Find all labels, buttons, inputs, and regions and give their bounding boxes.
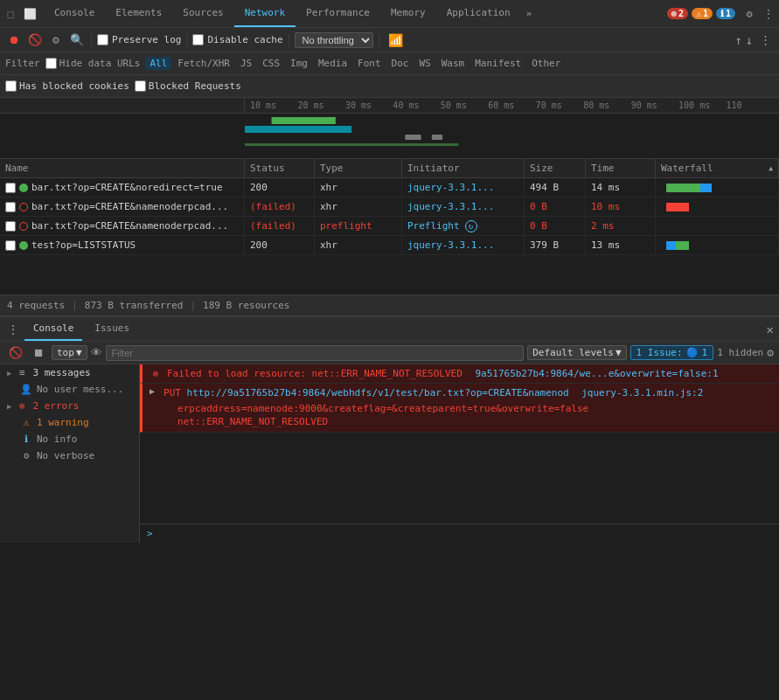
- table-row[interactable]: bar.txt?op=CREATE&namenoderpcad... (fail…: [0, 198, 779, 217]
- log-level-selector[interactable]: Default levels ▼: [527, 345, 626, 360]
- error-badge-count: 2: [678, 9, 684, 18]
- console-clear-btn[interactable]: 🚫: [5, 344, 26, 361]
- error-badge-icon: ⊗: [671, 9, 677, 18]
- type-all-btn[interactable]: All: [145, 57, 171, 70]
- blocked-requests-checkbox[interactable]: Blocked Requests: [135, 80, 241, 92]
- type-media-btn[interactable]: Media: [314, 57, 351, 70]
- initiator-link-3[interactable]: Preflight: [407, 220, 460, 232]
- console-filter-input[interactable]: [106, 345, 525, 361]
- console-close-btn[interactable]: ✕: [767, 322, 774, 336]
- th-initiator[interactable]: Initiator: [402, 159, 525, 177]
- timeline-marker-10: 10 ms: [250, 100, 297, 110]
- type-js-btn[interactable]: JS: [236, 57, 256, 70]
- type-ws-btn[interactable]: WS: [414, 57, 435, 70]
- tab-performance[interactable]: Performance: [296, 0, 380, 27]
- td-initiator-2[interactable]: jquery-3.3.1...: [402, 198, 525, 216]
- console-panel: ⋮ Console Issues ✕ 🚫 ⏹ top ▼ 👁 Default l…: [0, 315, 779, 543]
- sidebar-item-errors[interactable]: ▶ ⊗ 2 errors: [0, 398, 139, 414]
- more-options-icon[interactable]: ⋮: [762, 7, 776, 21]
- console-settings-icon[interactable]: ⚙: [767, 346, 774, 359]
- tab-elements[interactable]: Elements: [105, 0, 172, 27]
- type-font-btn[interactable]: Font: [353, 57, 386, 70]
- row-checkbox-3[interactable]: [5, 221, 16, 232]
- settings-icon[interactable]: ⚙: [742, 7, 756, 21]
- timeline-canvas[interactable]: [0, 114, 779, 159]
- hidden-count: 1 hidden: [717, 347, 763, 358]
- type-other-btn[interactable]: Other: [527, 57, 565, 70]
- sidebar-item-info[interactable]: ℹ No info: [0, 431, 139, 447]
- download-btn[interactable]: ↓: [746, 33, 753, 47]
- row-checkbox-4[interactable]: [5, 240, 16, 251]
- expand-icon-2[interactable]: ▶: [150, 386, 155, 396]
- sidebar-item-messages[interactable]: ▶ ≡ 3 messages: [0, 364, 139, 381]
- tab-application[interactable]: Application: [436, 0, 521, 27]
- th-status[interactable]: Status: [245, 159, 315, 177]
- console-menu-icon[interactable]: ⋮: [5, 321, 21, 338]
- disable-cache-checkbox[interactable]: Disable cache: [192, 34, 282, 45]
- console-tab-issues[interactable]: Issues: [86, 317, 138, 341]
- table-row[interactable]: test?op=LISTSTATUS 200 xhr jquery-3.3.1.…: [0, 236, 779, 255]
- hide-data-urls-checkbox[interactable]: Hide data URLs: [45, 58, 141, 69]
- table-row[interactable]: bar.txt?op=CREATE&noredirect=true 200 xh…: [0, 178, 779, 198]
- error-badge[interactable]: ⊗ 2: [667, 8, 688, 19]
- td-initiator-3[interactable]: Preflight ↻: [402, 217, 525, 235]
- inspect-icon[interactable]: ⬚: [3, 7, 17, 21]
- more-tabs-icon[interactable]: »: [521, 8, 538, 19]
- console-input[interactable]: [158, 528, 772, 539]
- has-blocked-cookies-input[interactable]: [5, 80, 17, 92]
- put-url-link[interactable]: http://9a51765b27b4:9864/webhdfs/v1/test…: [187, 387, 569, 399]
- console-stop-btn[interactable]: ⏹: [30, 344, 48, 361]
- initiator-link-2[interactable]: jquery-3.3.1...: [407, 201, 494, 212]
- th-time[interactable]: Time: [586, 159, 656, 177]
- disable-cache-input[interactable]: [192, 34, 204, 45]
- blocked-requests-input[interactable]: [135, 80, 146, 92]
- context-selector[interactable]: top ▼: [52, 345, 87, 360]
- type-wasm-btn[interactable]: Wasm: [437, 57, 469, 70]
- upload-btn[interactable]: ↑: [734, 33, 741, 47]
- has-blocked-cookies-checkbox[interactable]: Has blocked cookies: [5, 80, 129, 92]
- preserve-log-input[interactable]: [97, 34, 108, 45]
- type-fetchxhr-btn[interactable]: Fetch/XHR: [173, 57, 234, 70]
- table-row[interactable]: bar.txt?op=CREATE&namenoderpcad... (fail…: [0, 217, 779, 236]
- more-network-btn[interactable]: ⋮: [756, 31, 774, 49]
- hide-data-urls-input[interactable]: [45, 58, 57, 69]
- stop-recording-btn[interactable]: ⏺: [5, 31, 23, 49]
- th-type[interactable]: Type: [315, 159, 402, 177]
- tab-sources[interactable]: Sources: [172, 0, 233, 27]
- info-badge[interactable]: ℹ 1: [716, 8, 735, 19]
- issue-badge[interactable]: 1 Issue: 🔵 1: [630, 345, 714, 360]
- sidebar-item-verbose[interactable]: ⚙ No verbose: [0, 447, 139, 464]
- clear-btn[interactable]: 🚫: [26, 31, 44, 49]
- td-initiator-1[interactable]: jquery-3.3.1...: [402, 178, 525, 197]
- warning-badge[interactable]: ⚠ 1: [692, 8, 713, 19]
- initiator-link-4[interactable]: jquery-3.3.1...: [407, 239, 494, 251]
- sidebar-item-no-user[interactable]: 👤 No user mess...: [0, 381, 139, 398]
- search-btn[interactable]: 🔍: [68, 31, 86, 49]
- filter-btn[interactable]: ⚙: [47, 31, 65, 49]
- sidebar-item-warnings[interactable]: ⚠ 1 warning: [0, 414, 139, 431]
- type-doc-btn[interactable]: Doc: [387, 57, 414, 70]
- row-checkbox-2[interactable]: [5, 202, 16, 212]
- timeline-marker-70: 70 ms: [536, 100, 583, 110]
- throttle-select[interactable]: No throttling: [295, 32, 373, 48]
- console-tab-bar: ⋮ Console Issues ✕: [0, 317, 779, 342]
- tab-console[interactable]: Console: [44, 0, 105, 27]
- th-name[interactable]: Name: [0, 159, 245, 177]
- put-source-link[interactable]: jquery-3.3.1.min.js:2: [581, 387, 703, 399]
- error-link-1[interactable]: 9a51765b27b4:9864/we...e&overwrite=false…: [475, 368, 718, 379]
- row-checkbox-1[interactable]: [5, 183, 16, 193]
- th-waterfall[interactable]: Waterfall ▲: [656, 159, 779, 177]
- th-size[interactable]: Size: [525, 159, 586, 177]
- type-img-btn[interactable]: Img: [286, 57, 312, 70]
- tab-network[interactable]: Network: [234, 0, 296, 27]
- type-css-btn[interactable]: CSS: [258, 57, 284, 70]
- tab-memory[interactable]: Memory: [380, 0, 436, 27]
- console-eye-btn[interactable]: 👁: [91, 346, 102, 359]
- device-icon[interactable]: ⬜: [23, 7, 37, 21]
- type-manifest-btn[interactable]: Manifest: [470, 57, 525, 70]
- timeline-marker-50: 50 ms: [441, 100, 488, 110]
- console-tab-console[interactable]: Console: [24, 317, 82, 341]
- initiator-link-1[interactable]: jquery-3.3.1...: [407, 182, 494, 193]
- preserve-log-checkbox[interactable]: Preserve log: [97, 34, 181, 45]
- td-initiator-4[interactable]: jquery-3.3.1...: [402, 236, 525, 254]
